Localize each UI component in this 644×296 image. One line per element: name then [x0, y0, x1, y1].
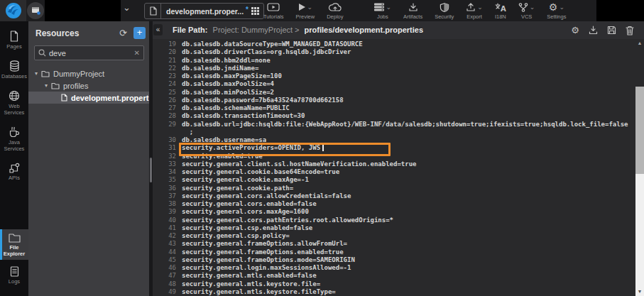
line-text: security.general.cors.allowCredentials=f… [182, 192, 351, 199]
sidebar-item-file-explorer[interactable]: File Explorer [0, 229, 28, 260]
code-line[interactable]: 39security.general.cors.maxAge=1600 [153, 208, 635, 216]
line-number: 29 [153, 121, 176, 128]
sidebar-item-pages[interactable]: Pages [0, 27, 28, 53]
line-number: 48 [153, 280, 176, 288]
line-text: db.salesdb.dataSourceType=WM_MANAGED_DAT… [182, 40, 363, 48]
code-line[interactable]: 40security.general.cors.pathEntries.root… [153, 216, 635, 224]
tree-item-folder[interactable]: ▾ profiles [28, 80, 153, 92]
scroll-up-icon[interactable]: ▲ [635, 39, 644, 48]
sidebar-item-databases[interactable]: Databases [0, 57, 28, 82]
tree-item-folder[interactable]: ▾ DummyProject [28, 67, 153, 80]
line-number: 26 [153, 97, 176, 104]
sidebar-item-web-services[interactable]: Web Services [0, 87, 28, 119]
code-line[interactable]: 42security.general.csp.policy= [153, 232, 635, 240]
line-number: 32 [153, 153, 176, 160]
code-line[interactable]: 38security.general.cors.enabled=false [153, 200, 635, 208]
code-line[interactable]: 25db.salesdb.minPoolSize=2 [153, 89, 635, 97]
toolbar-artifacts[interactable]: Artifacts [403, 2, 422, 20]
chevron-down-icon: ⌄ [307, 5, 313, 9]
file-tab[interactable]: development.proper... * [144, 3, 264, 19]
line-number: 49 [153, 288, 176, 296]
add-resource-button[interactable]: + [133, 27, 146, 39]
code-line[interactable]: 36security.general.cookie.path= [153, 185, 635, 192]
sidebar-item-apis[interactable]: APIs [0, 159, 28, 184]
code-line[interactable]: 45security.general.frameOptions.mode=SAM… [153, 256, 635, 264]
file-tree: ▾ DummyProject ▾ profiles development.pr… [28, 67, 153, 104]
toolbar-vcs[interactable]: ⌄ VCS [518, 2, 535, 20]
code-line[interactable]: 43security.general.frameOptions.allowFro… [153, 240, 635, 248]
search-input[interactable] [46, 49, 134, 57]
toolbar-jobs[interactable]: ⌄ Jobs [374, 2, 392, 20]
collapse-panel-button[interactable]: « [153, 24, 163, 35]
toolbar-deploy[interactable]: Deploy [327, 2, 343, 20]
code-line[interactable]: 23db.salesdb.maxPageSize=100 [153, 72, 635, 80]
code-line[interactable]: 48security.general.mtls.keystore.file= [153, 280, 635, 288]
panel-scrollbar-thumb[interactable] [150, 158, 152, 182]
toolbar-i18n[interactable]: A I18N [495, 2, 506, 20]
tree-item-label: development.properties [71, 94, 160, 102]
chevron-down-icon[interactable]: ⌄ [123, 2, 131, 13]
editor-header: « File Path: Project: DummyProject > pro… [153, 21, 644, 39]
code-line[interactable]: 35security.general.cookie.maxAge=-1 [153, 176, 635, 184]
refresh-icon[interactable]: ⟳ [119, 28, 127, 38]
security-shield-icon [440, 2, 449, 12]
toolbar-settings[interactable]: ⚙ ⌄ Settings [547, 2, 566, 20]
chevron-down-icon: ⌄ [530, 5, 535, 9]
chevron-down-icon: ⌄ [559, 5, 564, 9]
scrollbar-thumb[interactable] [635, 87, 644, 174]
expand-icon[interactable]: ▾ [43, 82, 50, 89]
app-logo[interactable] [0, 0, 26, 21]
line-number: 35 [153, 176, 176, 184]
code-line[interactable]: 46security.general.login.maxSessionsAllo… [153, 264, 635, 272]
wavemaker-logo-icon [5, 2, 22, 19]
code-line[interactable]: 20db.salesdb.driverClass=org.hsqldb.jdbc… [153, 48, 635, 56]
vertical-scrollbar[interactable]: ▲ ▼ [635, 39, 644, 296]
code-line[interactable]: 22db.salesdb.jndiName= [153, 65, 635, 72]
expand-icon[interactable]: ▾ [33, 70, 40, 77]
jobs-stack-icon [374, 3, 385, 11]
code-line[interactable]: 33security.general.client.ssl.hostNameVe… [153, 160, 635, 168]
toolbar-security[interactable]: Security [435, 2, 454, 20]
deploy-cloud-icon [328, 2, 342, 12]
toolbar-label: Security [435, 13, 454, 20]
code-line[interactable]: 44security.general.frameOptions.enabled=… [153, 248, 635, 256]
grid-view-icon[interactable] [251, 7, 259, 15]
code-editor[interactable]: 19db.salesdb.dataSourceType=WM_MANAGED_D… [153, 39, 635, 296]
code-line[interactable]: 26db.salesdb.password=7b6a43524a78700d66… [153, 97, 635, 104]
code-line[interactable]: 32security.enabled=true [153, 153, 635, 160]
code-line[interactable]: 30db.salesdb.username=sa [153, 136, 635, 144]
code-line[interactable]: 37security.general.cors.allowCredentials… [153, 192, 635, 200]
toolbar-label: Settings [547, 13, 566, 20]
toolbar-export[interactable]: ⌄ Export [466, 2, 483, 20]
toolbar-label: Export [466, 13, 482, 20]
project-avatar[interactable] [27, 2, 44, 19]
code-line[interactable]: 41security.general.csp.enabled=false [153, 224, 635, 232]
sidebar-item-logs[interactable]: Logs [0, 263, 28, 287]
svg-text:A: A [501, 5, 506, 12]
code-line[interactable]: 19db.salesdb.dataSourceType=WM_MANAGED_D… [153, 40, 635, 48]
code-line[interactable]: 49security.general.mtls.keystore.fileTyp… [153, 288, 635, 296]
toolbar-tutorials[interactable]: Tutorials [263, 2, 283, 20]
code-line[interactable]: 47security.general.mtls.enabled=false [153, 272, 635, 280]
toolbar-preview[interactable]: ⌄ Preview [295, 2, 315, 20]
code-line[interactable]: 27db.salesdb.schemaName=PUBLIC [153, 104, 635, 112]
save-file-icon[interactable] [607, 26, 616, 35]
code-line[interactable]: 31security.activeProviders=OPENID, JWS [153, 144, 635, 152]
code-line[interactable]: 24db.salesdb.maxPoolSize=4 [153, 80, 635, 88]
sidebar-item-java-services[interactable]: Java Services [0, 123, 28, 155]
code-line[interactable]: 29db.salesdb.url=jdbc:hsqldb:file:{WebAp… [153, 121, 635, 128]
code-line[interactable]: 34security.general.cookie.base64Encode=t… [153, 168, 635, 176]
scroll-down-icon[interactable]: ▼ [635, 287, 644, 296]
line-text: security.general.frameOptions.allowFromU… [182, 240, 347, 247]
line-text: db.salesdb.driverClass=org.hsqldb.jdbcDr… [182, 48, 351, 55]
clear-search-icon[interactable]: ✕ [134, 49, 140, 57]
code-line[interactable]: 28db.salesdb.transactionTimeout=30 [153, 112, 635, 120]
editor-settings-icon[interactable]: ⚙ [571, 26, 579, 35]
delete-file-icon[interactable] [626, 26, 634, 35]
download-file-icon[interactable] [589, 26, 598, 35]
code-line[interactable]: 21db.salesdb.hbm2ddl=none [153, 57, 635, 65]
scrollbar-track[interactable] [635, 174, 644, 296]
code-line[interactable]: ; [153, 128, 635, 136]
line-text: security.general.csp.policy= [182, 232, 290, 239]
toolbar-label: Tutorials [263, 13, 283, 20]
